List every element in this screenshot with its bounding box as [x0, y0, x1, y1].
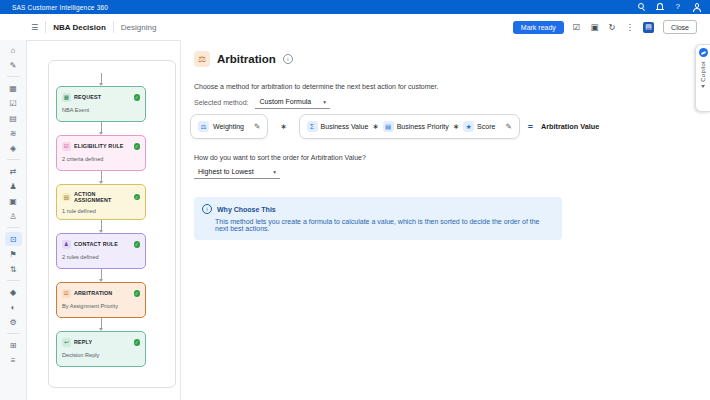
flow-node[interactable]: ▤ ACTION ASSIGNMENT ✓ 1 rule defined [56, 184, 146, 220]
node-subtitle: 2 criteria defined [62, 156, 140, 162]
node-subtitle: By Assignment Priority [62, 303, 140, 309]
breadcrumb-title: NBA Decision [53, 23, 106, 32]
flow-node[interactable]: ♟ CONTACT RULE ✓ 2 rules defined [56, 233, 146, 269]
valid-check-icon: ✓ [134, 143, 141, 150]
copilot-label: Copilot [700, 61, 706, 82]
node-title: ARBITRATION [74, 290, 131, 296]
rail-divider [7, 280, 20, 281]
valid-check-icon: ✓ [134, 241, 141, 248]
node-subtitle: 2 rules defined [62, 254, 140, 260]
save-icon[interactable]: ▣ [590, 23, 598, 32]
copilot-logo-icon [699, 48, 708, 57]
method-select[interactable]: Custom Formula ▾ [255, 96, 330, 109]
flow-connector-arrow [56, 122, 146, 135]
user-icon[interactable] [692, 3, 700, 11]
flow-node[interactable]: ▦ REQUEST ✓ NBA Event [56, 86, 146, 122]
factor-chips: Σ Business Value ∗ ▤ Business Priority ∗… [307, 121, 496, 132]
why-choose-body: This method lets you create a formula to… [215, 218, 554, 232]
nav-users-icon[interactable]: ♙ [5, 209, 22, 223]
factor-chip[interactable]: ▤ Business Priority [383, 121, 449, 132]
search-icon[interactable] [638, 3, 646, 11]
nav-journeys-icon[interactable]: ⇄ [5, 164, 22, 178]
refresh-icon[interactable]: ↻ [608, 23, 615, 32]
nav-decisions-icon[interactable]: ⊡ [5, 232, 22, 246]
copilot-tab[interactable]: Copilot [695, 44, 710, 112]
sort-order-value: Highest to Lowest [198, 168, 254, 175]
sort-question: How do you want to sort the order for Ar… [194, 154, 366, 161]
top-app-bar: SAS Customer Intelligence 360 [0, 0, 710, 14]
close-button[interactable]: Close [663, 20, 697, 34]
nav-audiences-icon[interactable]: ♟ [5, 179, 22, 193]
arbitration-panel: ⚖ Arbitration i Choose a method for arbi… [181, 40, 710, 400]
divider [45, 21, 46, 33]
node-title: ELIGIBILITY RULE [74, 143, 131, 149]
toolbar: ☰ NBA Decision Designing Mark ready ☑ ▣ … [0, 14, 710, 41]
copilot-panel-toggle-icon[interactable]: ▤ [643, 22, 654, 33]
weighting-card[interactable]: ⚖ Weighting ✎ [190, 114, 268, 139]
rail-divider [7, 76, 20, 77]
node-subtitle: 1 rule defined [62, 208, 140, 214]
nav-logs-icon[interactable]: ≡ [5, 353, 22, 367]
nav-home-icon[interactable]: ⌂ [5, 43, 22, 57]
chevron-down-icon: ▾ [273, 169, 276, 175]
edit-pencil-icon[interactable]: ✎ [505, 122, 511, 131]
flow-node[interactable]: ☑ ELIGIBILITY RULE ✓ 2 criteria defined [56, 135, 146, 171]
flow-node[interactable]: ⚖ ARBITRATION ✓ By Assignment Priority [56, 282, 146, 318]
valid-check-icon: ✓ [134, 94, 141, 101]
flow-connector-arrow [56, 220, 146, 233]
factor-chip[interactable]: ★ Score [463, 121, 495, 132]
weighting-icon: ⚖ [198, 121, 209, 132]
validate-icon[interactable]: ☑ [573, 23, 581, 32]
flow-connector-arrow [56, 171, 146, 184]
multiply-operator: ∗ [280, 122, 286, 131]
toolbar-icons: ☑ ▣ ↻ ⋮ [573, 23, 634, 32]
sort-order-select[interactable]: Highest to Lowest ▾ [194, 166, 280, 179]
nav-plans-icon[interactable]: ☑ [5, 96, 22, 110]
nav-connections-icon[interactable]: ≋ [5, 126, 22, 140]
factor-icon: ★ [463, 121, 474, 132]
nav-archive-icon[interactable]: ⊞ [5, 338, 22, 352]
valid-check-icon: ✓ [134, 290, 141, 297]
nav-globe-icon[interactable]: ◐ [5, 300, 22, 314]
flow-node[interactable]: ↩ REPLY ✓ Decision Reply [56, 331, 146, 367]
node-title: REPLY [74, 339, 131, 345]
status-badge: Designing [121, 23, 157, 32]
factor-chip[interactable]: Σ Business Value [307, 121, 369, 132]
factor-label: Business Priority [397, 123, 449, 130]
decision-flow-panel: ▦ REQUEST ✓ NBA Event ☑ ELIGIBILITY RULE… [48, 60, 176, 388]
more-options-icon[interactable]: ⋮ [626, 23, 635, 32]
nav-events-icon[interactable]: ⚑ [5, 247, 22, 261]
nav-flows-icon[interactable]: ⇅ [5, 262, 22, 276]
nav-settings-icon[interactable]: ⚙ [5, 315, 22, 329]
nav-assets-icon[interactable]: ◆ [5, 285, 22, 299]
node-type-icon: ▦ [62, 93, 71, 102]
arbitration-icon: ⚖ [194, 51, 210, 67]
divider [113, 21, 114, 33]
edit-pencil-icon[interactable]: ✎ [254, 122, 260, 131]
panel-description: Choose a method for arbitration to deter… [194, 83, 438, 90]
app-title: SAS Customer Intelligence 360 [12, 4, 108, 11]
nav-documents-icon[interactable]: ▤ [5, 111, 22, 125]
nav-data-icon[interactable]: ▦ [5, 81, 22, 95]
formula-result-label: Arbitration Value [541, 122, 599, 131]
factors-card[interactable]: Σ Business Value ∗ ▤ Business Priority ∗… [299, 114, 520, 139]
flow-connector-arrow [56, 73, 146, 86]
help-icon[interactable] [674, 3, 682, 11]
node-type-icon: ▤ [62, 193, 71, 202]
node-title: ACTION ASSIGNMENT [74, 191, 131, 203]
mark-ready-button[interactable]: Mark ready [513, 21, 564, 34]
topbar-icons [638, 3, 700, 11]
node-type-icon: ⚖ [62, 289, 71, 298]
menu-icon[interactable]: ☰ [31, 23, 38, 32]
nav-tags-icon[interactable]: ◈ [5, 141, 22, 155]
nav-media-icon[interactable]: ▣ [5, 194, 22, 208]
node-type-icon: ↩ [62, 338, 71, 347]
info-icon[interactable]: i [283, 54, 293, 64]
rail-divider [7, 159, 20, 160]
factor-icon: Σ [307, 121, 318, 132]
rail-divider [7, 227, 20, 228]
page-title: Arbitration [217, 53, 276, 65]
why-choose-infobox: i Why Choose This This method lets you c… [194, 197, 562, 240]
notifications-icon[interactable] [656, 3, 664, 11]
nav-compose-icon[interactable]: ✎ [5, 58, 22, 72]
